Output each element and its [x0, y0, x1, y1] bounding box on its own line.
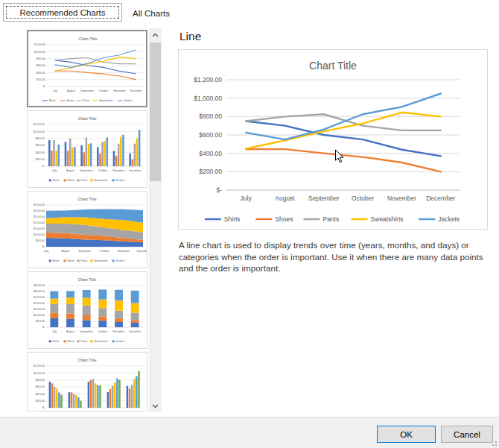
- svg-text:Shoes: Shoes: [275, 215, 293, 223]
- svg-text:Shirts: Shirts: [52, 411, 59, 411]
- svg-text:$200.00: $200.00: [36, 78, 45, 81]
- svg-text:Sweatshirts: Sweatshirts: [94, 340, 108, 343]
- svg-text:$1,000.00: $1,000.00: [34, 130, 45, 133]
- svg-text:$500.00: $500.00: [36, 320, 45, 323]
- svg-text:December: December: [426, 195, 455, 202]
- svg-text:Chart Title: Chart Title: [77, 277, 96, 282]
- svg-text:October: October: [352, 195, 374, 202]
- svg-text:$3,500.00: $3,500.00: [34, 204, 45, 206]
- resize-grip-icon[interactable]: [489, 438, 497, 446]
- thumbnail-stacked-area-chart[interactable]: Chart Title$-$500.00$1,000.00$1,500.00$2…: [27, 191, 147, 268]
- svg-text:Pants: Pants: [83, 99, 89, 102]
- svg-text:November: November: [387, 195, 416, 202]
- svg-text:September: September: [80, 89, 94, 92]
- ok-button[interactable]: OK: [377, 426, 436, 443]
- scroll-up-button[interactable]: [149, 28, 162, 41]
- svg-text:$-: $-: [42, 406, 45, 409]
- svg-text:Chart Title: Chart Title: [77, 358, 96, 362]
- chart-preview-svg: Chart Title$-$200.00$400.00$600.00$800.0…: [179, 50, 487, 229]
- svg-text:November: November: [118, 250, 130, 253]
- svg-text:August: August: [66, 330, 74, 333]
- svg-text:September: September: [78, 250, 92, 253]
- svg-text:July: July: [53, 89, 58, 92]
- svg-text:Jackets: Jackets: [124, 99, 133, 102]
- svg-text:Jackets: Jackets: [115, 340, 124, 343]
- svg-text:July: July: [52, 169, 57, 172]
- svg-text:$3,000.00: $3,000.00: [34, 290, 45, 293]
- thumbnail-stacked-column-svg: Chart Title$-$500.00$1,000.00$1,500.00$2…: [28, 272, 147, 348]
- thumbnail-stacked-column-chart[interactable]: Chart Title$-$500.00$1,000.00$1,500.00$2…: [27, 271, 147, 349]
- thumbnail-clustered-column-chart[interactable]: Chart Title$-$200.00$400.00$600.00$800.0…: [27, 110, 147, 188]
- tab-all-charts-label: All Charts: [133, 9, 170, 18]
- svg-text:$1,200.00: $1,200.00: [34, 365, 45, 367]
- svg-text:September: September: [80, 169, 93, 172]
- chevron-down-icon: [152, 404, 159, 408]
- svg-text:$1,200.00: $1,200.00: [194, 76, 222, 83]
- svg-text:August: August: [61, 250, 69, 253]
- svg-text:July: July: [44, 250, 49, 253]
- svg-text:$200.00: $200.00: [36, 158, 45, 161]
- svg-text:November: November: [112, 169, 125, 172]
- svg-text:Shoes: Shoes: [67, 340, 74, 343]
- svg-text:$-: $-: [42, 326, 45, 329]
- svg-text:$800.00: $800.00: [36, 137, 45, 140]
- svg-text:October: October: [98, 89, 109, 92]
- scroll-down-button[interactable]: [149, 400, 162, 412]
- svg-text:Chart Title: Chart Title: [309, 60, 357, 72]
- svg-text:$600.00: $600.00: [36, 64, 45, 67]
- svg-text:October: October: [100, 250, 110, 253]
- svg-text:Shoes: Shoes: [71, 411, 79, 411]
- svg-text:September: September: [80, 330, 93, 333]
- svg-text:Pants: Pants: [91, 411, 98, 411]
- svg-text:Sweatshirts: Sweatshirts: [94, 259, 108, 262]
- svg-text:December: December: [129, 169, 142, 172]
- svg-text:Chart Title: Chart Title: [77, 116, 96, 121]
- svg-text:Jackets: Jackets: [129, 411, 138, 411]
- svg-text:Shirts: Shirts: [48, 99, 55, 102]
- svg-text:$600.00: $600.00: [36, 385, 45, 388]
- svg-text:$400.00: $400.00: [199, 150, 222, 157]
- svg-text:$-: $-: [216, 186, 222, 194]
- tab-focus-outline: [6, 6, 119, 19]
- thumbnail-line-chart[interactable]: Chart Title$-$200.00$400.00$600.00$800.0…: [27, 30, 147, 107]
- cancel-button[interactable]: Cancel: [441, 426, 493, 443]
- thumbnail-clustered-by-product-svg: Chart Title$-$200.00$400.00$600.00$800.0…: [28, 353, 147, 411]
- svg-text:Jackets: Jackets: [115, 179, 124, 182]
- svg-text:$1,000.00: $1,000.00: [194, 95, 222, 102]
- scrollbar-thumb[interactable]: [150, 42, 161, 181]
- svg-text:$400.00: $400.00: [36, 72, 45, 75]
- svg-text:$600.00: $600.00: [199, 131, 222, 139]
- chart-type-heading: Line: [179, 30, 201, 43]
- chart-description: A line chart is used to display trends o…: [179, 239, 499, 274]
- svg-text:$2,500.00: $2,500.00: [34, 296, 45, 299]
- svg-text:$1,500.00: $1,500.00: [34, 227, 45, 230]
- svg-text:$500.00: $500.00: [36, 239, 45, 242]
- svg-text:Chart Title: Chart Title: [78, 37, 97, 41]
- svg-text:$3,000.00: $3,000.00: [34, 209, 45, 212]
- thumbnail-clustered-column-by-product-chart[interactable]: Chart Title$-$200.00$400.00$600.00$800.0…: [27, 352, 147, 411]
- svg-text:Chart Title: Chart Title: [77, 197, 96, 201]
- svg-text:$800.00: $800.00: [36, 379, 45, 382]
- svg-text:$1,200.00: $1,200.00: [34, 43, 45, 46]
- svg-text:Jackets: Jackets: [115, 259, 124, 262]
- thumbnail-scrollbar[interactable]: [149, 28, 162, 412]
- svg-text:August: August: [67, 89, 75, 92]
- svg-text:$-: $-: [42, 245, 45, 248]
- svg-text:December: December: [129, 330, 142, 333]
- tab-all-charts[interactable]: All Charts: [124, 5, 179, 22]
- svg-text:Sweatshirts: Sweatshirts: [94, 179, 108, 182]
- insert-chart-dialog: Recommended Charts All Charts Chart Titl…: [0, 0, 499, 448]
- svg-text:August: August: [275, 195, 295, 202]
- svg-text:$600.00: $600.00: [36, 144, 45, 147]
- svg-text:Shoes: Shoes: [66, 99, 74, 102]
- svg-text:Shirts: Shirts: [52, 259, 59, 262]
- svg-text:$2,500.00: $2,500.00: [34, 215, 45, 218]
- svg-text:$-: $-: [43, 85, 45, 88]
- dialog-footer: OK Cancel: [0, 417, 499, 448]
- svg-text:$400.00: $400.00: [36, 393, 45, 396]
- svg-text:Shoes: Shoes: [67, 179, 74, 182]
- svg-text:October: October: [98, 330, 108, 333]
- svg-text:Pants: Pants: [80, 259, 87, 262]
- tab-recommended-charts[interactable]: Recommended Charts: [3, 3, 122, 22]
- svg-text:$1,500.00: $1,500.00: [34, 308, 45, 311]
